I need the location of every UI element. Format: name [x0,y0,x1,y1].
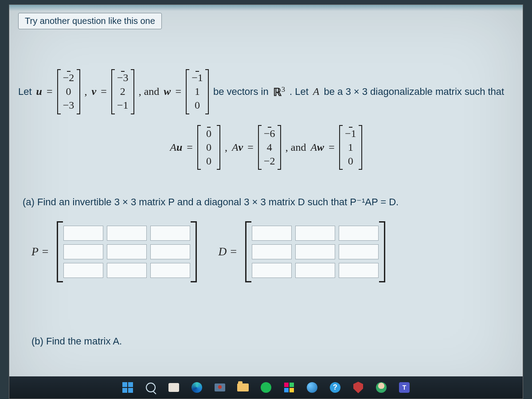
part-a-prompt: (a) Find an invertible 3 × 3 matrix P an… [23,196,514,208]
camera-icon[interactable] [213,381,227,394]
eq2: = [101,86,107,98]
try-another-button[interactable]: Try another question like this one [18,13,162,29]
eq-au: = [187,141,193,153]
p-input-0-2[interactable] [150,226,190,241]
grid-icon[interactable] [282,381,296,394]
p-input-1-0[interactable] [63,244,103,259]
spotify-icon[interactable] [259,381,273,394]
symbol-Av: Av [232,141,243,153]
d-input-1-2[interactable] [339,244,379,259]
help-icon[interactable]: ? [329,381,342,394]
au-0: 0 [203,127,215,141]
p-input-2-2[interactable] [150,263,190,278]
d-input-0-0[interactable] [252,226,292,241]
sep-vw: , and [139,86,160,98]
au-1: 0 [203,141,215,154]
symbol-w: w [164,86,171,98]
aw-0: −1 [344,127,357,141]
symbol-v: v [92,86,97,98]
text-let: Let [18,86,32,98]
d-input-0-1[interactable] [295,226,335,241]
chat-icon[interactable] [167,381,180,394]
eigen-equations-row: Au = 0 0 0 , Av = −6 4 −2 , and [18,125,514,170]
avatar-icon[interactable] [375,381,388,394]
eq1: = [47,86,53,98]
vector-Aw: −1 1 0 [339,125,362,170]
av-0: −6 [263,127,276,141]
w-2: 0 [191,98,203,112]
eq-aw: = [329,141,335,153]
part-b-prompt: (b) Find the matrix A. [31,336,514,347]
matrix-D [245,221,385,282]
symbol-Au: Au [170,141,182,153]
windows-taskbar: ? T [9,376,523,399]
d-input-1-0[interactable] [252,244,292,259]
d-input-1-1[interactable] [295,244,335,259]
p-input-1-1[interactable] [107,244,147,259]
p-input-1-2[interactable] [150,244,190,259]
w-0: −1 [191,71,203,85]
p-input-2-0[interactable] [63,263,103,278]
v-2: −1 [117,98,129,112]
u-0: −2 [63,71,75,85]
d-input-2-0[interactable] [252,263,292,278]
tail-a: be vectors in [213,86,269,98]
d-input-0-2[interactable] [339,226,379,241]
label-P: P = [31,245,49,258]
r3: ℝ3 [273,85,285,98]
eq3: = [175,86,181,98]
vector-Av: −6 4 −2 [258,125,281,170]
d-input-2-2[interactable] [339,263,379,278]
vector-u: −2 0 −3 [57,69,80,114]
v-0: −3 [117,71,129,85]
shield-icon[interactable] [352,381,365,394]
d-input-2-1[interactable] [295,263,335,278]
label-D: D = [218,245,237,258]
start-icon[interactable] [121,381,134,394]
vectors-definition-row: Let u = −2 0 −3 , v = −3 2 −1 , and [18,69,514,114]
v-1: 2 [117,85,129,98]
edge-icon[interactable] [190,381,203,394]
sep-av-aw: , and [286,141,306,153]
p-input-0-0[interactable] [63,226,103,241]
eq-av: = [247,141,254,153]
teams-icon[interactable]: T [398,381,411,394]
av-1: 4 [263,141,276,154]
vector-w: −1 1 0 [186,69,209,114]
vector-v: −3 2 −1 [111,69,134,114]
aw-1: 1 [344,141,357,154]
globe-icon[interactable] [305,381,319,394]
symbol-Aw: Aw [310,141,324,153]
sep-uv: , [85,86,87,98]
matrix-answer-row: P = D = [31,221,514,282]
p-input-2-1[interactable] [107,263,147,278]
u-2: −3 [63,98,75,112]
window-chrome [9,5,523,11]
aw-2: 0 [344,154,357,168]
question-content: Try another question like this one Let u… [9,5,523,347]
w-1: 1 [191,85,203,98]
tail-b: . Let [289,86,309,98]
sep-au-av: , [225,141,227,153]
au-2: 0 [203,154,215,168]
folder-icon[interactable] [236,381,250,394]
u-1: 0 [63,85,75,98]
symbol-A: A [313,86,320,98]
av-2: −2 [263,154,276,168]
tail-c: be a 3 × 3 diagonalizable matrix such th… [324,86,505,98]
app-window: Try another question like this one Let u… [9,4,523,399]
vector-Au: 0 0 0 [197,125,220,170]
p-input-0-1[interactable] [107,226,147,241]
search-icon[interactable] [144,381,157,394]
symbol-u: u [36,86,42,98]
matrix-P [57,221,197,282]
